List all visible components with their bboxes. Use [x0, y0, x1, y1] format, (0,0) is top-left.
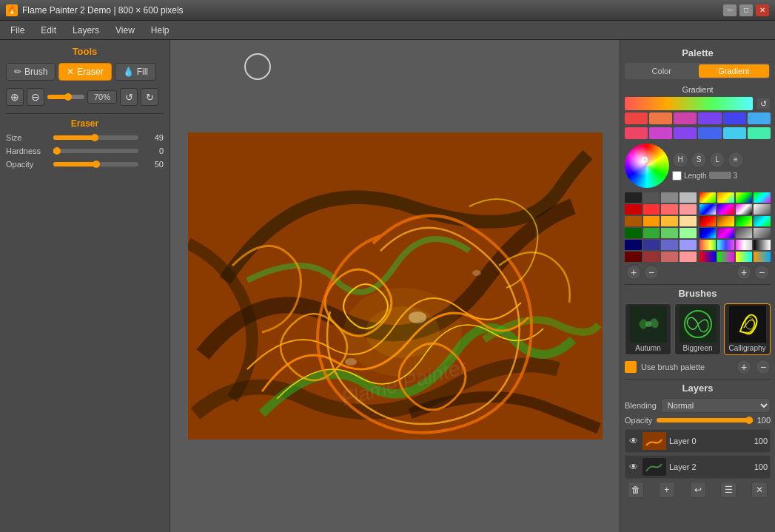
layer-opacity-slider[interactable]	[657, 418, 752, 422]
menu-file[interactable]: File	[3, 23, 32, 38]
remove-swatch-button[interactable]: −	[644, 265, 659, 280]
color-swatch[interactable]	[625, 204, 642, 215]
color-swatch[interactable]	[699, 216, 717, 226]
fill-tool-button[interactable]: 💧 Fill	[115, 63, 156, 81]
color-swatch[interactable]	[736, 192, 753, 203]
color-swatch[interactable]	[680, 216, 697, 226]
color-swatch[interactable]	[717, 216, 734, 226]
zoom-out-button[interactable]: ⊖	[27, 88, 44, 106]
color-swatch[interactable]	[661, 204, 678, 215]
color-swatch[interactable]	[717, 204, 734, 215]
gradient-swatch[interactable]	[674, 112, 697, 124]
color-swatch[interactable]	[643, 216, 660, 226]
gradient-reset-button[interactable]: ↺	[756, 97, 771, 110]
color-swatch[interactable]	[661, 228, 678, 238]
color-swatch[interactable]	[736, 252, 753, 262]
color-swatch[interactable]	[625, 228, 642, 238]
menu-edit[interactable]: Edit	[33, 23, 64, 38]
color-swatch[interactable]	[754, 192, 771, 203]
brush-tool-button[interactable]: ✏ Brush	[6, 63, 56, 81]
gradient-swatch[interactable]	[748, 127, 771, 139]
canvas-area[interactable]: Flame Painter	[170, 40, 620, 532]
brush-autumn[interactable]: Autumn	[625, 303, 671, 355]
color-swatch[interactable]	[699, 252, 717, 262]
duplicate-layer-button[interactable]: ↩	[690, 482, 706, 498]
color-swatch[interactable]	[736, 240, 753, 250]
color-swatch[interactable]	[661, 240, 678, 250]
color-swatch[interactable]	[699, 192, 717, 203]
menu-view[interactable]: View	[108, 23, 142, 38]
layer-item-2[interactable]: 👁 Layer 2 100	[625, 455, 771, 479]
color-swatch[interactable]	[699, 228, 717, 238]
canvas-image[interactable]: Flame Painter	[188, 132, 603, 440]
gradient-strip-main[interactable]	[625, 97, 753, 110]
color-swatch[interactable]	[754, 204, 771, 215]
length-checkbox[interactable]	[672, 171, 682, 181]
add-brush-button[interactable]: +	[737, 360, 751, 374]
color-swatch[interactable]	[754, 240, 771, 250]
color-swatch[interactable]	[680, 192, 697, 203]
color-swatch[interactable]	[680, 228, 697, 238]
color-swatch[interactable]	[625, 192, 642, 203]
color-swatch[interactable]	[643, 228, 660, 238]
menu-help[interactable]: Help	[144, 23, 177, 38]
gradient-swatch[interactable]	[625, 112, 648, 124]
remove-brush-button[interactable]: −	[756, 360, 771, 374]
menu-layers[interactable]: Layers	[65, 23, 107, 38]
color-swatch[interactable]	[680, 204, 697, 215]
length-slider[interactable]	[709, 172, 731, 179]
color-swatch[interactable]	[736, 204, 753, 215]
color-swatch[interactable]	[754, 216, 771, 226]
rotate-ccw-button[interactable]: ↺	[120, 88, 138, 106]
gradient-swatch[interactable]	[698, 127, 721, 139]
rotate-cw-button[interactable]: ↻	[141, 88, 158, 106]
color-swatch[interactable]	[699, 204, 717, 215]
gradient-swatch[interactable]	[625, 127, 648, 139]
color-swatch[interactable]	[699, 240, 717, 250]
gradient-swatch[interactable]	[649, 127, 672, 139]
color-swatch[interactable]	[625, 252, 642, 262]
hsl-extra-button[interactable]: ≡	[728, 152, 744, 168]
color-swatch[interactable]	[717, 228, 734, 238]
minimize-button[interactable]: ─	[723, 4, 737, 16]
layer-item-0[interactable]: 👁 Layer 0 100	[625, 429, 771, 453]
color-swatch[interactable]	[643, 240, 660, 250]
hue-button[interactable]: H	[672, 152, 688, 168]
gradient-swatch[interactable]	[723, 127, 746, 139]
opacity-slider[interactable]	[53, 162, 138, 166]
color-swatch[interactable]	[754, 228, 771, 238]
layer-visibility-eye-0[interactable]: 👁	[628, 435, 640, 447]
gradient-swatch[interactable]	[674, 127, 697, 139]
zoom-slider[interactable]	[47, 95, 84, 99]
close-button[interactable]: ✕	[756, 4, 769, 16]
gradient-mode-button[interactable]: Gradient	[699, 64, 770, 78]
eraser-tool-button[interactable]: ✕ Eraser	[58, 63, 111, 81]
canvas-container[interactable]: Flame Painter	[188, 132, 603, 440]
lightness-button[interactable]: L	[709, 152, 725, 168]
delete-layer-button[interactable]: 🗑	[628, 482, 644, 498]
color-swatch[interactable]	[717, 192, 734, 203]
color-swatch[interactable]	[736, 216, 753, 226]
color-swatch[interactable]	[754, 252, 771, 262]
merge-layer-button[interactable]: ☰	[720, 482, 737, 498]
color-swatch[interactable]	[717, 240, 734, 250]
hardness-slider[interactable]	[53, 149, 138, 153]
color-swatch[interactable]	[625, 240, 642, 250]
close-layer-button[interactable]: ✕	[751, 482, 768, 498]
zoom-in-button[interactable]: ⊕	[6, 88, 24, 106]
color-swatch[interactable]	[717, 252, 734, 262]
color-swatch[interactable]	[661, 216, 678, 226]
saturation-button[interactable]: S	[691, 152, 707, 168]
color-swatch[interactable]	[661, 252, 678, 262]
zoom-value[interactable]: 70%	[87, 90, 117, 104]
color-swatch[interactable]	[643, 204, 660, 215]
color-swatch[interactable]	[736, 228, 753, 238]
gradient-swatch[interactable]	[649, 112, 672, 124]
brush-biggreen[interactable]: Biggreen	[674, 303, 721, 355]
brush-calligraphy[interactable]: Calligraphy	[724, 303, 771, 355]
color-swatch[interactable]	[661, 192, 678, 203]
remove-gradient-button[interactable]: −	[754, 265, 769, 280]
add-layer-button[interactable]: +	[659, 482, 675, 498]
color-swatch[interactable]	[680, 252, 697, 262]
maximize-button[interactable]: □	[739, 4, 753, 16]
